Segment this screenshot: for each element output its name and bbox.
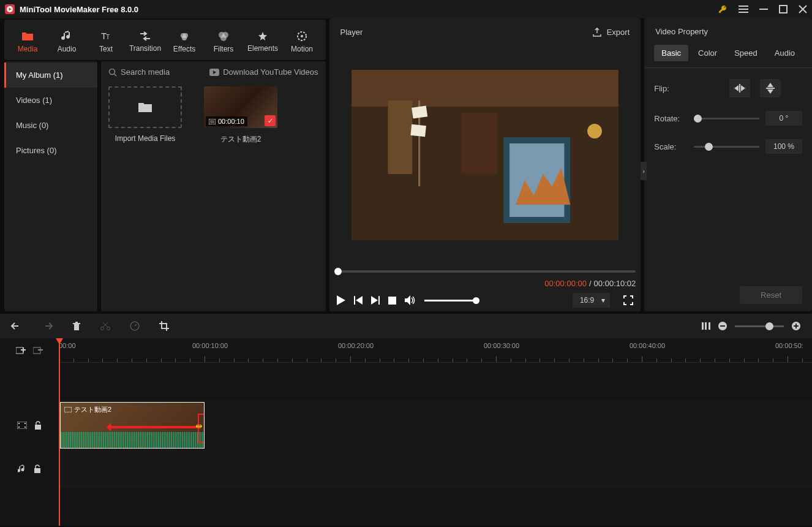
svg-rect-3 <box>739 9 748 10</box>
rotate-thumb[interactable] <box>694 115 702 123</box>
svg-text:T: T <box>106 34 110 40</box>
search-input[interactable]: Search media <box>108 67 170 77</box>
next-frame-button[interactable] <box>371 296 380 305</box>
tab-audio[interactable]: Audio <box>47 23 86 60</box>
prop-tab-color[interactable]: Color <box>691 45 724 61</box>
tab-media[interactable]: Media <box>8 23 47 60</box>
zoom-slider[interactable] <box>735 325 784 327</box>
minimize-icon[interactable] <box>759 5 768 13</box>
library-sidebar: My Album (1) Videos (1) Music (0) Pictur… <box>4 61 97 311</box>
tab-text[interactable]: TT Text <box>86 23 126 60</box>
zoom-out-button[interactable] <box>718 321 727 331</box>
tab-filters[interactable]: Filters <box>204 23 243 60</box>
rotate-value[interactable]: 0 ° <box>765 111 802 126</box>
zoom-in-button[interactable] <box>791 321 801 331</box>
prop-tab-audio[interactable]: Audio <box>767 45 802 61</box>
reset-button[interactable]: Reset <box>740 286 802 304</box>
import-media-button[interactable]: Import Media Files <box>108 86 182 145</box>
scale-slider[interactable] <box>694 146 759 148</box>
ruler-label: 00:00:50: <box>775 342 803 349</box>
tab-elements[interactable]: Elements <box>243 23 282 60</box>
flip-horizontal-button[interactable] <box>729 79 750 97</box>
lock-icon[interactable] <box>34 464 41 473</box>
svg-rect-58 <box>795 324 797 328</box>
progress-bar[interactable] <box>334 270 636 273</box>
prop-tab-speed[interactable]: Speed <box>727 45 765 61</box>
music-icon <box>61 31 72 42</box>
tab-label: Elements <box>247 44 278 53</box>
svg-rect-24 <box>388 100 412 174</box>
check-icon: ✓ <box>265 115 276 126</box>
fullscreen-icon[interactable] <box>623 295 633 305</box>
export-button[interactable]: Export <box>592 28 630 37</box>
top-tabs: Media Audio TT Text Transition Effects F… <box>4 20 326 60</box>
tab-label: Motion <box>291 45 313 53</box>
close-icon[interactable] <box>799 5 807 13</box>
remove-track-icon[interactable] <box>33 346 43 355</box>
svg-rect-53 <box>709 322 710 330</box>
svg-marker-41 <box>741 85 745 91</box>
svg-point-48 <box>101 327 104 330</box>
video-preview[interactable] <box>351 70 619 240</box>
prop-tab-basic[interactable]: Basic <box>654 45 688 61</box>
volume-thumb[interactable] <box>473 297 479 304</box>
svg-point-28 <box>587 124 602 138</box>
ruler-label: 00:00 <box>59 342 76 349</box>
sidebar-item-pictures[interactable]: Pictures (0) <box>4 138 97 163</box>
add-track-icon[interactable] <box>16 346 26 355</box>
volume-slider[interactable] <box>424 300 479 301</box>
lock-icon[interactable] <box>34 421 42 430</box>
auto-fit-icon[interactable] <box>702 321 710 331</box>
scale-thumb[interactable] <box>705 143 713 151</box>
media-label: テスト動画2 <box>220 134 261 145</box>
audio-waveform <box>61 432 204 448</box>
total-time: 00:00:10:02 <box>594 279 636 288</box>
progress-thumb[interactable] <box>334 268 342 275</box>
redo-button[interactable] <box>42 322 53 330</box>
split-button[interactable] <box>100 321 110 331</box>
sidebar-item-myalbum[interactable]: My Album (1) <box>4 63 97 88</box>
maximize-icon[interactable] <box>779 5 788 13</box>
volume-icon[interactable] <box>405 295 416 305</box>
svg-rect-37 <box>388 297 396 305</box>
crop-button[interactable] <box>159 321 169 331</box>
rotate-slider[interactable] <box>694 118 759 119</box>
stop-button[interactable] <box>388 297 396 305</box>
svg-marker-42 <box>767 83 773 87</box>
property-panel: › Video Property Basic Color Speed Audio… <box>644 18 812 311</box>
time-separator: / <box>589 279 592 288</box>
play-button[interactable] <box>337 295 345 305</box>
menu-icon[interactable] <box>739 5 748 13</box>
tab-transition[interactable]: Transition <box>126 23 165 60</box>
effects-icon <box>179 31 190 42</box>
tab-motion[interactable]: Motion <box>282 23 321 60</box>
sidebar-item-music[interactable]: Music (0) <box>4 113 97 138</box>
ruler-label: 00:00:20:00 <box>338 342 374 349</box>
aspect-select[interactable]: 16:9 <box>573 293 610 308</box>
duration-badge: 00:00:10 <box>206 116 247 126</box>
speed-button[interactable] <box>130 321 140 331</box>
scale-label: Scale: <box>654 142 688 151</box>
transition-icon <box>140 31 151 41</box>
flip-vertical-button[interactable] <box>760 79 781 97</box>
timeline-toolbar <box>0 314 812 338</box>
playhead[interactable] <box>59 338 60 526</box>
prev-frame-button[interactable] <box>354 296 363 305</box>
tab-effects[interactable]: Effects <box>165 23 204 60</box>
scale-value[interactable]: 100 % <box>765 139 802 154</box>
svg-marker-35 <box>371 296 378 305</box>
download-youtube-link[interactable]: Download YouTube Videos <box>209 67 318 77</box>
key-icon[interactable] <box>718 4 727 14</box>
collapse-handle[interactable]: › <box>641 162 647 180</box>
delete-button[interactable] <box>72 321 81 331</box>
svg-rect-33 <box>354 296 355 305</box>
zoom-thumb[interactable] <box>765 322 773 330</box>
tab-label: Media <box>18 45 38 53</box>
timeline-ruler[interactable]: 00:00 00:00:10:00 00:00:20:00 00:00:30:0… <box>59 338 812 363</box>
sidebar-item-videos[interactable]: Videos (1) <box>4 88 97 113</box>
media-item[interactable]: 00:00:10 ✓ テスト動画2 <box>204 86 277 145</box>
undo-button[interactable] <box>11 322 22 330</box>
text-icon: TT <box>100 31 111 42</box>
annotation-arrow <box>108 426 200 428</box>
video-clip[interactable]: テスト動画2 ⇹ <box>60 402 205 449</box>
